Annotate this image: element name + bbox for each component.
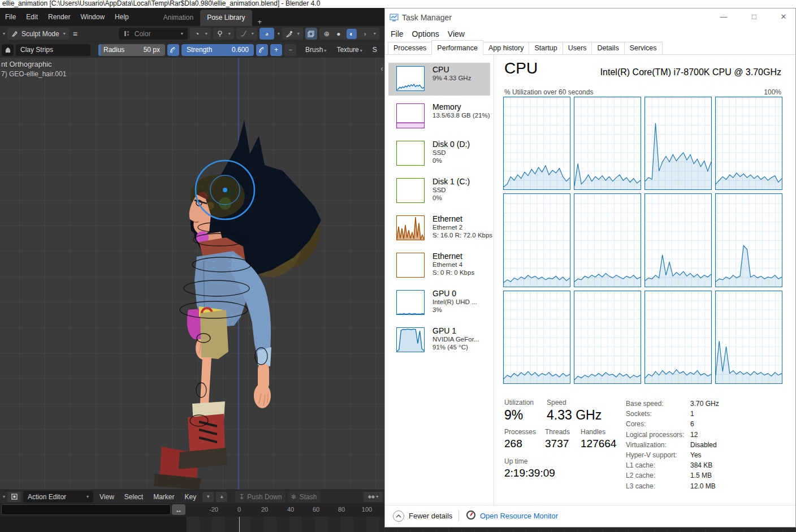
gizmo-toggle-icon[interactable] xyxy=(305,28,317,40)
add-workspace-button[interactable]: + xyxy=(252,18,268,26)
menu-select[interactable]: Select xyxy=(120,493,147,501)
collapse-chevron-icon[interactable]: ▾ xyxy=(3,494,5,499)
fewer-details-button[interactable]: Fewer details xyxy=(409,512,452,520)
brush-thumbnail[interactable] xyxy=(2,44,14,56)
sidebar-item-disk-1-c-[interactable]: Disk 1 (C:)SSD0% xyxy=(388,175,490,207)
sidebar-item-ethernet[interactable]: EthernetEthernet 2S: 16.0 R: 72.0 Kbps xyxy=(388,212,490,245)
tab-startup[interactable]: Startup xyxy=(529,42,563,54)
viewport-3d[interactable]: nt Orthographic 7) GEO-ellie_hair.001 ‹ xyxy=(0,58,384,490)
stroke-menu-truncated[interactable]: S xyxy=(373,46,377,54)
detail-row: Virtualization:Disabled xyxy=(626,440,790,450)
sidebar-item-memory[interactable]: Memory13.5/63.8 GB (21%) xyxy=(388,100,490,133)
chevron-down-icon: ▾ xyxy=(252,31,254,36)
menu-key[interactable]: Key xyxy=(181,493,201,501)
sidebar-item-cpu[interactable]: CPU9% 4.33 GHz xyxy=(388,63,490,96)
move-up-icon[interactable]: ▲ xyxy=(216,492,227,502)
brush-menu-label: Brush xyxy=(305,46,323,54)
menu-view[interactable]: View xyxy=(448,29,465,38)
brush-menu[interactable]: Brush▾ xyxy=(305,46,326,54)
resource-stat-2: 3% xyxy=(432,306,495,314)
maximize-button[interactable]: □ xyxy=(745,8,764,25)
strength-slider[interactable]: Strength 0.600 xyxy=(181,44,254,56)
stash-button[interactable]: ❄ Stash xyxy=(288,491,321,503)
falloff-button[interactable]: ◔ ▾ xyxy=(190,28,211,40)
tab-users[interactable]: Users xyxy=(563,42,592,54)
menu-window[interactable]: Window xyxy=(75,13,110,21)
sidebar-collapse-arrow-icon[interactable]: ‹ xyxy=(380,63,383,73)
tab-animation[interactable]: Animation xyxy=(157,10,200,26)
collapse-chevron-icon[interactable]: ▾ xyxy=(3,31,5,36)
tab-performance[interactable]: Performance xyxy=(431,40,483,55)
core-graph-5 xyxy=(574,193,641,287)
wireframe-shading-icon[interactable]: ⊕ xyxy=(323,30,331,38)
menu-options[interactable]: Options xyxy=(412,29,439,38)
texture-menu[interactable]: Texture▾ xyxy=(336,46,362,54)
timeline-ruler[interactable]: ↔ -20 0 20 40 60 80 100 xyxy=(0,503,384,517)
cpu-chip-name: Intel(R) Core(TM) i7-8700K CPU @ 3.70GHz xyxy=(600,67,781,77)
rendered-shading-icon[interactable]: ◑ xyxy=(361,30,369,38)
core-graph-7 xyxy=(715,193,782,287)
radius-pressure-icon[interactable] xyxy=(167,44,179,56)
tm-menubar: File Options View xyxy=(385,27,795,41)
sidebar-item-gpu-1[interactable]: GPU 1NVIDIA GeFor...91% (45 °C) xyxy=(388,324,490,357)
tab-pose-library[interactable]: Pose Library xyxy=(200,10,252,26)
tab-details[interactable]: Details xyxy=(591,42,624,54)
utilization-label: Utilization xyxy=(504,399,534,406)
blender-window-title: ellie_animation [C:\Users\Usuario\AppDat… xyxy=(0,0,796,8)
radius-slider[interactable]: Radius 50 px xyxy=(98,44,165,56)
sidebar-item-ethernet[interactable]: EthernetEthernet 4S: 0 R: 0 Kbps xyxy=(388,249,490,282)
menu-file[interactable]: File xyxy=(391,29,404,38)
color-dropdown[interactable]: Color ▾ xyxy=(119,28,188,40)
proportional-edit-button[interactable]: ▾ xyxy=(282,28,303,40)
menu-marker[interactable]: Marker xyxy=(149,493,178,501)
blender-topbar: File Edit Render Window Help Animation P… xyxy=(0,8,384,26)
tm-titlebar[interactable]: Task Manager — □ ✕ xyxy=(385,8,795,27)
fewer-details-chevron-icon[interactable] xyxy=(393,511,404,522)
strength-pressure-icon[interactable] xyxy=(256,44,268,56)
curve-tool-button[interactable]: ▾ xyxy=(236,28,257,40)
logical-processor-graphs[interactable] xyxy=(503,97,782,384)
tab-services[interactable]: Services xyxy=(624,42,663,54)
minimize-button[interactable]: — xyxy=(714,8,733,25)
timeline-body[interactable] xyxy=(0,517,384,532)
menu-help[interactable]: Help xyxy=(110,13,134,21)
detail-label: L2 cache: xyxy=(626,470,690,481)
chevron-down-icon[interactable]: ▾ xyxy=(278,31,280,36)
processes-label: Processes xyxy=(504,428,536,436)
sculpt-pen-icon xyxy=(11,30,19,38)
menu-edit[interactable]: Edit xyxy=(21,13,43,21)
menu-file[interactable]: File xyxy=(0,13,21,21)
mode-selector[interactable]: Sculpt Mode ▾ xyxy=(7,28,69,40)
channel-name-field[interactable] xyxy=(1,504,171,515)
keyframe-filter-icon[interactable]: ◆◆ ▾ xyxy=(364,492,383,502)
brush-name-field[interactable]: Clay Strips xyxy=(16,44,90,56)
resource-stat-1: 9% 4.33 GHz xyxy=(432,74,495,82)
subtract-button[interactable]: − xyxy=(284,44,296,56)
push-down-button[interactable]: ↧ Push Down xyxy=(235,491,285,503)
open-resource-monitor-link[interactable]: Open Resource Monitor xyxy=(480,512,558,520)
annotate-button[interactable]: ▾ xyxy=(213,28,234,40)
add-button[interactable]: + xyxy=(270,44,282,56)
material-shading-icon[interactable]: ◐ xyxy=(347,29,357,39)
solid-shading-icon[interactable]: ● xyxy=(335,30,343,38)
sidebar-item-disk-0-d-[interactable]: Disk 0 (D:)SSD0% xyxy=(388,137,490,170)
hamburger-menu-icon[interactable]: ≡ xyxy=(71,30,79,38)
snap-toggle-button[interactable]: ◕ xyxy=(259,28,274,40)
color-label: Color xyxy=(135,30,151,38)
strength-label: Strength xyxy=(181,46,212,54)
menu-render[interactable]: Render xyxy=(43,13,75,21)
detail-label: Virtualization: xyxy=(626,440,690,450)
mini-graph xyxy=(396,141,425,166)
close-button[interactable]: ✕ xyxy=(774,8,793,25)
action-editor-selector[interactable]: Action Editor ▾ xyxy=(23,491,93,503)
move-down-icon[interactable]: ▼ xyxy=(202,492,214,502)
menu-view[interactable]: View xyxy=(96,493,118,501)
detail-row: Base speed:3.70 GHz xyxy=(626,399,790,409)
tab-processes[interactable]: Processes xyxy=(388,42,432,54)
tab-app-history[interactable]: App history xyxy=(483,42,530,54)
fit-range-button[interactable]: ↔ xyxy=(172,504,185,515)
chevron-down-icon[interactable]: ▾ xyxy=(374,31,376,36)
detail-value: 3.70 GHz xyxy=(690,399,719,409)
sidebar-item-gpu-0[interactable]: GPU 0Intel(R) UHD ...3% xyxy=(388,287,490,319)
editor-type-icon[interactable] xyxy=(7,492,21,502)
